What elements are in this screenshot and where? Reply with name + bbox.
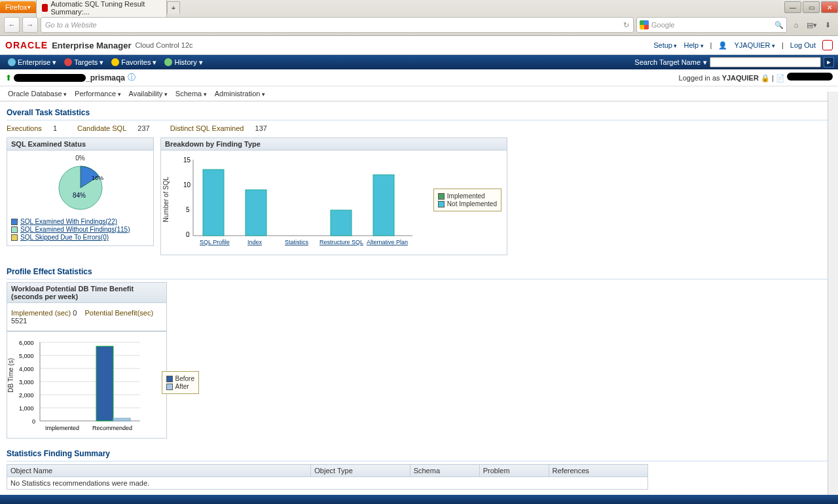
breakdown-legend: Implemented Not Implemented [433, 189, 501, 211]
svg-rect-12 [373, 175, 394, 236]
profile-effect-header: Profile Effect Statistics [7, 264, 831, 279]
browser-chrome: Firefox Automatic SQL Tuning Result Summ… [0, 0, 838, 36]
oracle-logo: ORACLE [5, 40, 48, 50]
logged-in-user: YJAQUIER [722, 74, 759, 82]
info-icon[interactable]: ⓘ [128, 72, 136, 83]
sql-examined-status-panel: SQL Examined Status 0% 16% 84% SQL Exami… [7, 137, 154, 255]
breakdown-ylabel: Number of SQL [162, 177, 170, 222]
workload-chart-area: DB Time (s) 6,000 5,000 4,000 3,000 2,00… [7, 331, 167, 439]
bookmarks-icon[interactable]: ▤▾ [805, 18, 818, 31]
oracle-header: ORACLE Enterprise Manager Cloud Control … [0, 36, 838, 55]
table-row: No Statistics recommendations were made. [7, 477, 648, 490]
favorites-icon [111, 58, 119, 66]
svg-text:3,000: 3,000 [19, 379, 34, 386]
enterprise-icon [8, 58, 16, 66]
workload-legend: Before After [162, 371, 199, 394]
legend-with-findings[interactable]: SQL Examined With Findings(22) [20, 218, 117, 225]
svg-rect-33 [96, 346, 113, 421]
browser-search[interactable]: Google 🔍 [636, 17, 787, 33]
logout-link[interactable]: Log Out [790, 41, 816, 49]
history-icon [164, 58, 172, 66]
legend-without-findings[interactable]: SQL Examined Without Findings(115) [20, 226, 130, 233]
stat-finding-table: Object Name Object Type Schema Problem R… [7, 464, 648, 490]
subnav-administration[interactable]: Administration [212, 88, 268, 99]
svg-text:4,000: 4,000 [19, 366, 34, 372]
pie-legend: SQL Examined With Findings(22) SQL Exami… [11, 218, 149, 241]
svg-text:0: 0 [32, 418, 35, 425]
tab-favicon [42, 4, 48, 12]
svg-text:Implemented: Implemented [45, 425, 79, 431]
product-edition: Cloud Control 12c [136, 41, 193, 49]
forward-button[interactable]: → [22, 17, 38, 33]
svg-text:1,000: 1,000 [19, 405, 34, 412]
window-maximize[interactable]: ▭ [803, 1, 820, 13]
svg-rect-9 [203, 170, 224, 236]
svg-rect-10 [246, 190, 266, 236]
subnav-schema[interactable]: Schema [173, 88, 210, 99]
svg-text:Index: Index [247, 239, 263, 245]
user-menu[interactable]: YJAQUIER [734, 41, 775, 49]
window-close[interactable]: ✕ [821, 1, 838, 13]
legend-skipped-errors[interactable]: SQL Skipped Due To Errors(0) [20, 234, 109, 241]
subnav-oracle-database[interactable]: Oracle Database [5, 88, 69, 99]
svg-text:Recommended: Recommended [92, 425, 132, 431]
overall-task-statistics-header: Overall Task Statistics [7, 105, 831, 120]
target-name-redacted [14, 74, 86, 82]
help-menu[interactable]: Help [683, 41, 703, 49]
brand-icon [822, 40, 833, 50]
user-icon: 👤 [718, 41, 727, 50]
lock-icon: 🔒 [761, 74, 770, 82]
product-name: Enterprise Manager [52, 41, 131, 50]
pie-chart: 16% 84% [41, 162, 120, 214]
svg-text:10: 10 [183, 181, 191, 189]
back-button[interactable]: ← [4, 17, 20, 33]
breakdown-panel: Breakdown by Finding Type Number of SQL … [160, 137, 507, 255]
search-target-go[interactable]: ► [824, 57, 834, 67]
target-name-suffix: _prismaqa [86, 73, 125, 82]
svg-text:Restructure SQL: Restructure SQL [319, 239, 363, 245]
subnav-availability[interactable]: Availability [126, 88, 170, 99]
search-target-input[interactable] [710, 57, 821, 67]
workload-chart: 6,000 5,000 4,000 3,000 2,000 1,000 0 Im… [19, 337, 143, 435]
tab-title: Automatic SQL Tuning Result Summary:... [50, 0, 160, 16]
workload-ylabel: DB Time (s) [7, 358, 14, 393]
url-bar[interactable]: Go to a Website↻ [41, 17, 634, 33]
svg-text:84%: 84% [73, 192, 86, 199]
setup-menu[interactable]: Setup [653, 41, 677, 49]
stat-finding-header: Statistics Finding Summary [7, 446, 831, 461]
svg-text:2,000: 2,000 [19, 392, 34, 399]
search-icon: 🔍 [774, 21, 784, 29]
subnav-performance[interactable]: Performance [72, 88, 124, 99]
search-target-label: Search Target Name [634, 58, 701, 66]
main-nav: Enterprise ▾ Targets ▾ Favorites ▾ Histo… [0, 55, 838, 69]
targets-icon [64, 58, 72, 66]
target-bar: ⬆ _prismaqa ⓘ Logged in as YJAQUIER 🔒 | … [0, 69, 838, 86]
svg-text:5,000: 5,000 [19, 353, 34, 359]
sql-examined-status-title: SQL Examined Status [7, 137, 154, 151]
nav-enterprise[interactable]: Enterprise ▾ [4, 58, 60, 67]
svg-text:0: 0 [186, 231, 190, 238]
breakdown-title: Breakdown by Finding Type [160, 137, 507, 151]
new-tab-button[interactable]: + [167, 1, 180, 14]
svg-rect-11 [331, 210, 352, 236]
svg-text:Alternative Plan: Alternative Plan [367, 239, 408, 245]
table-header-row: Object Name Object Type Schema Problem R… [7, 465, 648, 477]
svg-text:Statistics: Statistics [285, 239, 309, 245]
logged-in-label: Logged in as [679, 74, 720, 82]
vertical-scrollbar[interactable] [828, 92, 838, 495]
workload-title: Workload Potential DB Time Benefit (seco… [7, 282, 167, 303]
nav-favorites[interactable]: Favorites ▾ [107, 58, 160, 67]
google-icon [640, 20, 649, 29]
browser-tab[interactable]: Automatic SQL Tuning Result Summary:... [36, 0, 167, 18]
downloads-icon[interactable]: ⬇ [821, 18, 834, 31]
nav-history[interactable]: History ▾ [160, 58, 206, 67]
svg-rect-34 [113, 418, 130, 421]
window-minimize[interactable]: — [784, 1, 801, 13]
nav-targets[interactable]: Targets ▾ [60, 58, 107, 67]
svg-text:SQL Profile: SQL Profile [200, 239, 230, 245]
home-icon[interactable]: ⌂ [790, 18, 803, 31]
target-up-icon: ⬆ [5, 73, 12, 82]
status-bar [0, 495, 838, 504]
svg-text:15: 15 [183, 156, 191, 164]
firefox-menu-button[interactable]: Firefox [0, 1, 36, 13]
